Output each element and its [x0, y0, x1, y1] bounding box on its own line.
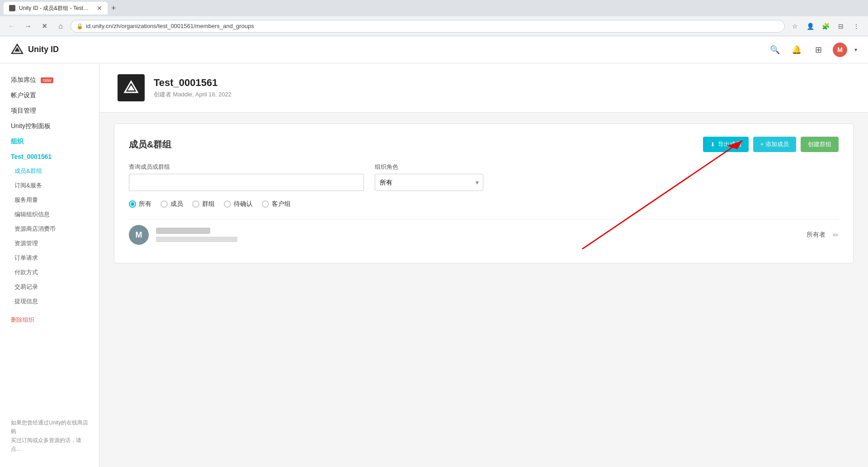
apps-grid-button[interactable]: ⊞ — [811, 43, 826, 57]
radio-clients[interactable]: 客户组 — [262, 200, 291, 208]
browser-tabs: Unity ID - 成员&群组 - Test_00... ✕ + — [0, 0, 868, 16]
sidebar-item-unity-dashboard[interactable]: Unity控制面板 — [0, 119, 99, 134]
bookmark-button[interactable]: ☆ — [788, 20, 801, 33]
unity-dashboard-label: Unity控制面板 — [11, 122, 51, 130]
back-button[interactable]: ← — [5, 20, 18, 33]
sidebar-item-asset-store-currency[interactable]: 资源商店消费币 — [0, 222, 99, 236]
radio-members[interactable]: 成员 — [160, 200, 183, 208]
org-avatar — [118, 74, 145, 101]
sidebar-toggle-button[interactable]: ⊟ — [835, 20, 847, 33]
org-header-card: Test_0001561 创建者 Maddie, April 18, 2022 — [99, 63, 868, 113]
members-section: 成员&群组 ⬇ 导出成员 + 添加成员 创建群组 — [114, 124, 854, 263]
browser-chrome: Unity ID - 成员&群组 - Test_00... ✕ + ← → ✕ … — [0, 0, 868, 36]
radio-clients-circle — [262, 200, 269, 208]
radio-groups[interactable]: 群组 — [192, 200, 215, 208]
filter-radio-row: 所有 成员 群组 待确认 — [129, 200, 839, 208]
tab-favicon — [9, 5, 15, 11]
add-member-button[interactable]: + 添加成员 — [753, 137, 796, 152]
forward-button[interactable]: → — [22, 20, 34, 33]
browser-toolbar: ← → ✕ ⌂ 🔒 id.unity.cn/zh/organizations/t… — [0, 16, 868, 36]
radio-groups-circle — [192, 200, 199, 208]
sidebar-item-payment-methods[interactable]: 付款方式 — [0, 265, 99, 280]
app: Unity ID 🔍 🔔 ⊞ M ▾ 添加席位 new 帐户设置 项目管理 Un… — [0, 36, 868, 467]
user-menu-chevron[interactable]: ▾ — [854, 47, 857, 53]
sidebar-item-orders-services[interactable]: 订阅&服务 — [0, 178, 99, 193]
sidebar-org-name[interactable]: Test_0001561 — [0, 149, 99, 164]
radio-clients-label: 客户组 — [272, 200, 291, 208]
browser-action-buttons: ☆ 👤 🧩 ⊟ ⋮ — [788, 20, 863, 33]
filters-row: 查询成员或群组 组织角色 所有 ▾ — [129, 163, 839, 191]
tab-title: Unity ID - 成员&群组 - Test_00... — [19, 5, 91, 12]
user-avatar[interactable]: M — [833, 43, 847, 57]
member-edit-button[interactable]: ✏ — [833, 231, 839, 239]
radio-all-circle — [129, 200, 136, 208]
sidebar-item-withdrawal-info[interactable]: 提现信息 — [0, 294, 99, 309]
role-label: 组织角色 — [375, 163, 483, 171]
export-members-button[interactable]: ⬇ 导出成员 — [703, 137, 749, 152]
search-button[interactable]: 🔍 — [768, 43, 782, 57]
add-seat-label: 添加席位 — [11, 76, 36, 84]
radio-members-label: 成员 — [170, 200, 183, 208]
org-creator-info: 创建者 Maddie, April 18, 2022 — [154, 91, 231, 99]
radio-all[interactable]: 所有 — [129, 200, 151, 208]
lock-icon: 🔒 — [76, 23, 83, 29]
sidebar-item-account-settings[interactable]: 帐户设置 — [0, 88, 99, 103]
radio-pending[interactable]: 待确认 — [224, 200, 253, 208]
header-title: Unity ID — [28, 45, 59, 54]
sidebar-item-transaction-history[interactable]: 交易记录 — [0, 280, 99, 294]
radio-pending-circle — [224, 200, 231, 208]
member-info — [156, 228, 807, 242]
org-section-label: 组织 — [11, 138, 24, 145]
search-label: 查询成员或群组 — [129, 163, 364, 171]
member-avatar: M — [129, 225, 149, 245]
org-info: Test_0001561 创建者 Maddie, April 18, 2022 — [154, 77, 231, 99]
org-logo-icon — [123, 80, 139, 96]
notifications-button[interactable]: 🔔 — [789, 43, 804, 57]
export-icon: ⬇ — [710, 141, 715, 148]
sidebar-item-asset-management[interactable]: 资源管理 — [0, 236, 99, 251]
radio-members-circle — [160, 200, 168, 208]
more-button[interactable]: ⋮ — [850, 20, 863, 33]
header-logo: Unity ID — [11, 43, 59, 56]
sidebar-item-add-seat[interactable]: 添加席位 new — [0, 72, 99, 88]
role-select[interactable]: 所有 — [375, 174, 483, 191]
main-content: 添加席位 new 帐户设置 项目管理 Unity控制面板 组织 Test_000… — [0, 63, 868, 467]
content-area: Test_0001561 创建者 Maddie, April 18, 2022 … — [99, 63, 868, 467]
radio-all-label: 所有 — [139, 200, 151, 208]
header-right: 🔍 🔔 ⊞ M ▾ — [768, 43, 857, 57]
sidebar-footer-text: 如果您曾经通过Unity的在线商店购买过订阅或众多资源的话，请点... — [11, 419, 89, 453]
role-filter-group: 组织角色 所有 ▾ — [375, 163, 483, 191]
search-filter-group: 查询成员或群组 — [129, 163, 364, 191]
create-group-button[interactable]: 创建群组 — [801, 137, 839, 152]
search-input[interactable] — [129, 174, 364, 191]
sidebar-item-service-usage[interactable]: 服务用量 — [0, 193, 99, 207]
sidebar-item-members-groups[interactable]: 成员&群组 — [0, 164, 99, 178]
sidebar-item-edit-org-info[interactable]: 编辑组织信息 — [0, 207, 99, 222]
radio-pending-label: 待确认 — [234, 200, 253, 208]
extensions-button[interactable]: 🧩 — [819, 20, 832, 33]
members-header: 成员&群组 ⬇ 导出成员 + 添加成员 创建群组 — [129, 137, 839, 152]
member-email-blurred — [156, 237, 237, 242]
radio-groups-label: 群组 — [202, 200, 215, 208]
org-name: Test_0001561 — [154, 77, 231, 89]
role-select-wrapper: 所有 ▾ — [375, 174, 483, 191]
address-text: id.unity.cn/zh/organizations/test_000156… — [86, 23, 779, 29]
members-actions: ⬇ 导出成员 + 添加成员 创建群组 — [703, 137, 839, 152]
profile-button[interactable]: 👤 — [804, 20, 816, 33]
home-button[interactable]: ⌂ — [54, 20, 67, 33]
members-title: 成员&群组 — [129, 138, 171, 151]
account-settings-label: 帐户设置 — [11, 91, 36, 100]
reload-button[interactable]: ✕ — [38, 20, 51, 33]
unity-logo-icon — [11, 43, 24, 56]
member-row: M 所有者 ✏ — [129, 219, 839, 250]
tab-close-button[interactable]: ✕ — [97, 5, 102, 12]
new-tab-button[interactable]: + — [108, 4, 120, 13]
member-role: 所有者 — [807, 231, 826, 239]
address-bar[interactable]: 🔒 id.unity.cn/zh/organizations/test_0001… — [71, 20, 785, 33]
sidebar-item-delete-org[interactable]: 删除组织 — [0, 312, 99, 328]
sidebar-item-project-management[interactable]: 项目管理 — [0, 103, 99, 119]
member-name-blurred — [156, 228, 210, 234]
new-badge: new — [41, 77, 53, 83]
browser-tab-active[interactable]: Unity ID - 成员&群组 - Test_00... ✕ — [4, 2, 108, 14]
sidebar-item-order-requests[interactable]: 订单请求 — [0, 251, 99, 265]
